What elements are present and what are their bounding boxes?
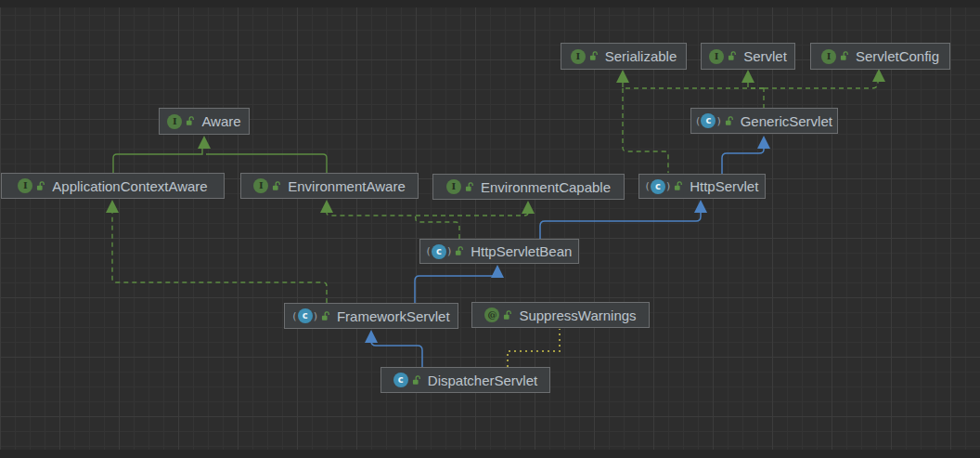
node-dispatcherservlet[interactable]: c DispatcherServlet [380,367,550,393]
node-label: EnvironmentAware [288,178,405,194]
public-lock-icon [728,51,738,61]
interface-icon: I [571,49,586,64]
arrowhead-environmentcapable [522,201,535,214]
public-lock-icon [412,375,422,386]
interface-icon: I [167,114,182,129]
edge-genericservlet-implements-servlet [748,83,764,88]
node-applicationcontextaware[interactable]: I ApplicationContextAware [1,173,225,199]
arrowhead-environmentaware [320,200,333,213]
interface-icon: I [18,178,32,193]
arrowhead-aware [198,136,211,149]
node-httpservletbean[interactable]: ( c ) HttpServletBean [419,239,579,264]
edge-httpservlet-extends-genericservlet [722,149,764,174]
public-lock-icon [465,182,475,192]
node-frameworkservlet[interactable]: ( c ) FrameworkServlet [284,303,458,329]
canvas-edge-bottom [0,450,980,458]
arrowhead-servletconfig [872,69,885,82]
public-lock-icon [503,310,513,321]
node-servlet[interactable]: I Servlet [701,43,795,70]
uml-diagram-canvas: I Serializable I Servlet I ServletConfig… [0,0,980,458]
edge-applicationcontextaware-extends-aware [113,149,202,173]
public-lock-icon [272,181,282,191]
abstract-class-icon: ( c ) [696,113,721,128]
node-label: SuppressWarnings [519,308,636,323]
edge-genericservlet-implements-serializable [623,83,764,88]
public-lock-icon [36,181,46,191]
node-label: ApplicationContextAware [52,178,207,194]
arrowhead-httpservlet [694,200,707,213]
arrowhead-frameworkservlet [365,330,378,343]
canvas-edge-top [0,0,980,7]
public-lock-icon [674,181,684,191]
node-label: HttpServlet [690,178,758,194]
abstract-class-icon: ( c ) [292,308,317,323]
node-label: Serializable [605,48,677,64]
public-lock-icon [455,246,465,256]
node-label: Servlet [743,48,787,64]
node-serializable[interactable]: I Serializable [561,43,687,70]
edge-frameworkservlet-extends-httpservletbean [415,271,497,303]
edge-httpservlet-implements-serializable [623,88,668,173]
public-lock-icon [321,311,331,321]
edge-httpservletbean-extends-httpservlet [540,213,701,239]
node-label: Aware [201,113,240,129]
interface-icon: I [253,178,268,193]
edge-dispatcherservlet-extends-frameworkservlet [371,336,422,367]
node-aware[interactable]: I Aware [159,108,250,135]
abstract-class-icon: ( c ) [646,179,671,194]
edge-httpservletbean-implements-environmentaware [327,207,459,239]
edge-dispatcherservlet-annotation-suppresswarnings [508,329,560,367]
arrowhead-serializable [616,70,629,83]
interface-icon: I [821,49,836,64]
arrowhead-httpservletbean [491,265,504,278]
edge-frameworkservlet-implements-applicationcontextaware [112,207,327,303]
arrowhead-genericservlet [757,136,770,149]
public-lock-icon [725,116,735,126]
arrowhead-applicationcontextaware [106,200,119,213]
public-lock-icon [840,51,850,61]
abstract-class-icon: ( c ) [427,244,452,259]
node-suppresswarnings[interactable]: @ SuppressWarnings [471,302,650,328]
public-lock-icon [186,116,196,126]
edge-httpservletbean-implements-environmentcapable [416,208,528,216]
edge-environmentaware-extends-aware [206,154,327,173]
node-environmentaware[interactable]: I EnvironmentAware [240,173,419,199]
node-servletconfig[interactable]: I ServletConfig [810,43,950,70]
node-label: GenericServlet [741,113,832,129]
node-genericservlet[interactable]: ( c ) GenericServlet [690,108,838,134]
node-httpservlet[interactable]: ( c ) HttpServlet [638,174,766,199]
node-label: FrameworkServlet [337,308,450,324]
node-environmentcapable[interactable]: I EnvironmentCapable [432,174,625,200]
class-icon: c [393,373,408,387]
node-label: DispatcherServlet [428,373,537,388]
edge-genericservlet-implements-servletconfig [764,82,878,88]
node-label: EnvironmentCapable [481,179,611,195]
interface-icon: I [446,179,461,194]
arrowhead-servlet [741,70,754,83]
interface-icon: I [709,49,724,64]
node-label: HttpServletBean [471,243,572,259]
public-lock-icon [589,51,600,61]
node-label: ServletConfig [856,48,939,64]
annotation-icon: @ [484,308,499,322]
